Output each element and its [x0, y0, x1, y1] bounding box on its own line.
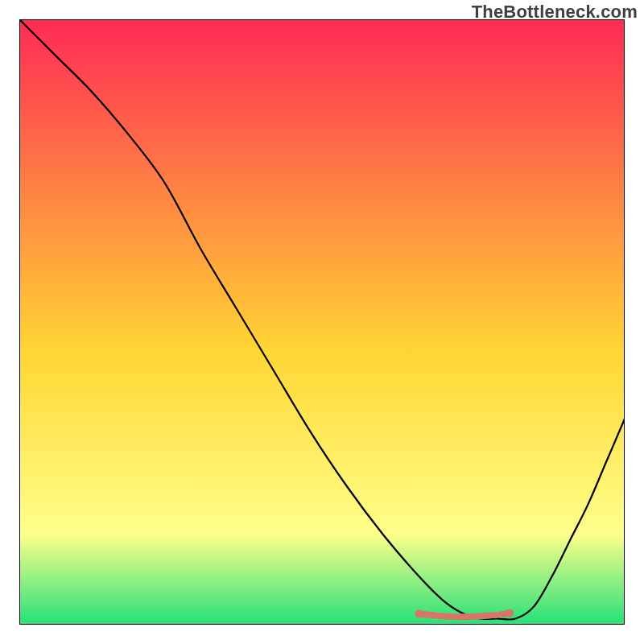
gradient-background — [19, 19, 625, 625]
bottom-marker-dot — [415, 609, 423, 617]
chart-container: TheBottleneck.com — [0, 0, 644, 644]
chart-svg — [19, 19, 625, 625]
bottom-marker-path — [419, 613, 510, 617]
plot-area — [19, 19, 625, 625]
watermark-text: TheBottleneck.com — [472, 2, 638, 23]
bottom-marker-dot — [506, 609, 514, 617]
